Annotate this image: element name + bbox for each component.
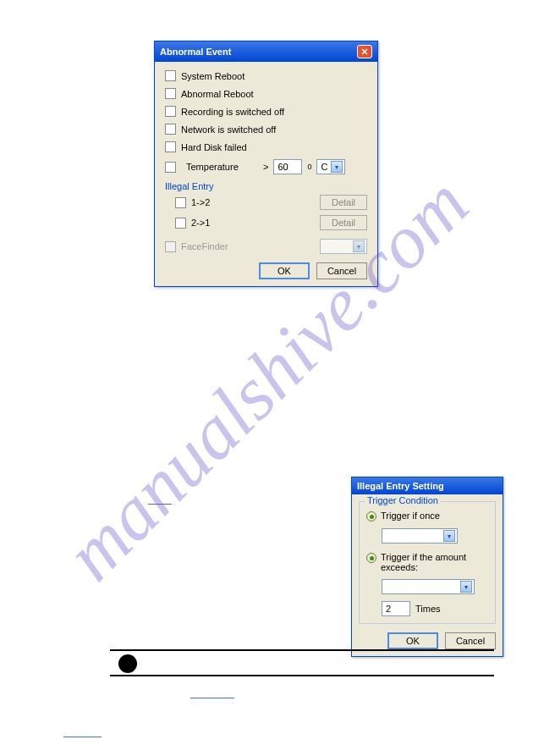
checkbox-1-2[interactable] <box>175 197 186 208</box>
checkbox-label: 2->1 <box>191 218 210 228</box>
amount-select[interactable]: ▾ <box>382 579 475 594</box>
checkbox-abnormal-reboot[interactable]: Abnormal Reboot <box>165 88 367 99</box>
checkbox-system-reboot[interactable]: System Reboot <box>165 70 367 81</box>
divider-line <box>110 649 494 651</box>
chevron-down-icon: ▾ <box>353 240 365 252</box>
checkbox-label: Abnormal Reboot <box>181 89 254 99</box>
ok-button[interactable]: OK <box>259 262 310 279</box>
illegal-entry-row-1: 1->2 Detail <box>175 195 367 210</box>
illegal-entry-setting-dialog: Illegal Entry Setting Trigger Condition … <box>351 477 503 657</box>
close-button[interactable] <box>357 45 372 58</box>
checkbox-icon <box>165 141 176 152</box>
radio-label: Trigger if the amount exceeds: <box>381 552 488 572</box>
checkbox-temperature-row: Temperature > 0 C ▾ <box>165 159 367 174</box>
checkbox-label: Temperature <box>186 162 258 172</box>
checkbox-label: 1->2 <box>191 197 210 207</box>
radio-trigger-once[interactable]: Trigger if once <box>366 510 488 521</box>
gt-label: > <box>263 162 268 172</box>
unit-value: C <box>321 162 327 172</box>
detail-button-1[interactable]: Detail <box>320 195 367 210</box>
checkbox-hdd-failed[interactable]: Hard Disk failed <box>165 141 367 152</box>
checkbox-icon <box>165 106 176 117</box>
checkbox-icon <box>165 124 176 135</box>
times-row: Times <box>382 601 488 616</box>
facefinder-select: ▾ <box>320 239 367 254</box>
once-select[interactable]: ▾ <box>382 528 458 544</box>
checkbox-icon <box>165 70 176 81</box>
dialog-body: System Reboot Abnormal Reboot Recording … <box>155 62 377 286</box>
trigger-condition-group: Trigger Condition Trigger if once ▾ Trig… <box>359 501 496 624</box>
group-title: Trigger Condition <box>365 495 441 505</box>
checkbox-icon <box>165 88 176 99</box>
checkbox-label: System Reboot <box>181 71 245 81</box>
chevron-down-icon: ▾ <box>460 581 472 593</box>
titlebar[interactable]: Abnormal Event <box>155 41 377 62</box>
cancel-button[interactable]: Cancel <box>445 632 496 649</box>
ok-button[interactable]: OK <box>387 632 438 649</box>
checkbox-temperature[interactable] <box>165 162 176 173</box>
illegal-entry-row-2: 2->1 Detail <box>175 215 367 230</box>
radio-trigger-amount[interactable]: Trigger if the amount exceeds: <box>366 552 488 572</box>
link-underline <box>148 504 172 505</box>
chevron-down-icon: ▾ <box>331 161 343 173</box>
checkbox-label: Hard Disk failed <box>181 142 247 152</box>
bullet-icon <box>118 654 137 673</box>
link-underline <box>190 698 234 698</box>
checkbox-2-1[interactable] <box>175 218 186 229</box>
checkbox-recording-off[interactable]: Recording is switched off <box>165 106 367 117</box>
dialog-title: Abnormal Event <box>160 47 231 57</box>
temperature-input[interactable] <box>273 159 302 174</box>
close-icon <box>361 48 368 55</box>
checkbox-label: Recording is switched off <box>181 107 284 117</box>
illegal-entry-label: Illegal Entry <box>165 181 367 191</box>
radio-label: Trigger if once <box>381 510 440 521</box>
radio-icon <box>366 511 376 521</box>
dialog-title: Illegal Entry Setting <box>357 481 444 491</box>
unit-select[interactable]: C ▾ <box>316 159 345 174</box>
cancel-button[interactable]: Cancel <box>316 262 367 279</box>
times-input[interactable] <box>382 601 410 616</box>
abnormal-event-dialog: Abnormal Event System Reboot Abnormal Re… <box>154 41 378 287</box>
button-row: OK Cancel <box>165 262 367 279</box>
chevron-down-icon: ▾ <box>443 530 455 542</box>
degree-label: 0 <box>307 163 311 171</box>
checkbox-label: Network is switched off <box>181 124 276 135</box>
checkbox-facefinder <box>165 241 176 252</box>
checkbox-network-off[interactable]: Network is switched off <box>165 124 367 135</box>
divider-line <box>110 675 494 676</box>
facefinder-row: FaceFinder ▾ <box>165 239 367 254</box>
detail-button-2[interactable]: Detail <box>320 215 367 230</box>
button-row: OK Cancel <box>352 632 503 656</box>
facefinder-label: FaceFinder <box>181 241 228 251</box>
times-label: Times <box>415 604 441 614</box>
titlebar[interactable]: Illegal Entry Setting <box>352 477 503 494</box>
radio-icon <box>366 553 376 563</box>
link-underline <box>63 737 102 737</box>
